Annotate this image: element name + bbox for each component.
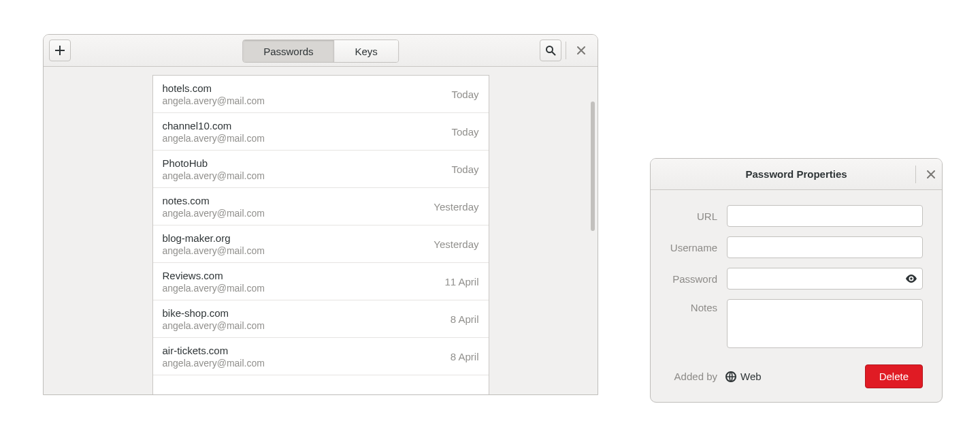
list-item[interactable]: Reviews.comangela.avery@mail.com11 April [153, 263, 489, 300]
list-item-subtitle: angela.avery@mail.com [163, 208, 265, 219]
headerbar-right [540, 40, 592, 61]
added-by-label: Added by [664, 371, 717, 382]
url-label: URL [664, 211, 717, 222]
list-item-subtitle: angela.avery@mail.com [163, 245, 265, 256]
list-item-main: bike-shop.comangela.avery@mail.com [163, 307, 265, 331]
list-item-main: hotels.comangela.avery@mail.com [163, 82, 265, 106]
list-item-main: PhotoHubangela.avery@mail.com [163, 157, 265, 181]
list-item[interactable]: bike-shop.comangela.avery@mail.com8 Apri… [153, 300, 489, 338]
list-item-main: channel10.comangela.avery@mail.com [163, 120, 265, 144]
password-properties-dialog: Password Properties URL Username Passwor… [650, 158, 943, 403]
list-item[interactable]: air-tickets.comangela.avery@mail.com8 Ap… [153, 338, 489, 375]
search-button[interactable] [540, 40, 561, 61]
username-label: Username [664, 242, 717, 253]
scrollbar[interactable] [591, 102, 595, 231]
list-item-title: air-tickets.com [163, 345, 265, 356]
dialog-header: Password Properties [651, 159, 942, 190]
eye-icon [905, 275, 917, 283]
password-label: Password [664, 273, 717, 285]
delete-button[interactable]: Delete [865, 364, 923, 388]
dialog-close-button[interactable] [920, 164, 942, 185]
password-field[interactable] [727, 268, 923, 290]
keyring-window: Passwords Keys hotels.comangela.avery@ma… [43, 34, 598, 395]
list-item-date: Today [451, 89, 478, 100]
password-list: hotels.comangela.avery@mail.comTodaychan… [152, 75, 489, 395]
username-field[interactable] [727, 236, 923, 258]
list-item-date: 8 April [451, 313, 479, 325]
plus-icon [55, 46, 65, 55]
list-item-main: notes.comangela.avery@mail.com [163, 195, 265, 219]
list-item-title: notes.com [163, 195, 265, 206]
list-item-subtitle: angela.avery@mail.com [163, 320, 265, 331]
svg-point-2 [910, 277, 913, 280]
properties-form: URL Username Password Notes Added by Web… [651, 190, 942, 402]
headerbar: Passwords Keys [44, 35, 598, 67]
list-item[interactable]: channel10.comangela.avery@mail.comToday [153, 113, 489, 151]
content-area: hotels.comangela.avery@mail.comTodaychan… [44, 67, 598, 394]
list-item[interactable]: blog-maker.organgela.avery@mail.comYeste… [153, 225, 489, 263]
divider [915, 166, 916, 183]
list-item[interactable]: hotels.comangela.avery@mail.comToday [153, 76, 489, 113]
added-by-app-name: Web [740, 371, 762, 382]
list-item-subtitle: angela.avery@mail.com [163, 358, 265, 369]
list-item-subtitle: angela.avery@mail.com [163, 170, 265, 181]
list-item-main: air-tickets.comangela.avery@mail.com [163, 345, 265, 369]
reveal-password-button[interactable] [905, 275, 917, 283]
list-item-subtitle: angela.avery@mail.com [163, 133, 265, 144]
list-item-subtitle: angela.avery@mail.com [163, 283, 265, 294]
list-item[interactable]: notes.comangela.avery@mail.comYesterday [153, 188, 489, 225]
close-icon [577, 46, 585, 54]
tab-passwords[interactable]: Passwords [243, 40, 333, 62]
list-item-title: hotels.com [163, 82, 265, 94]
url-field[interactable] [727, 205, 923, 227]
list-item-title: PhotoHub [163, 157, 265, 169]
view-switcher: Passwords Keys [242, 40, 399, 63]
dialog-title: Password Properties [745, 168, 847, 180]
search-icon [545, 45, 556, 56]
password-field-wrapper [727, 268, 923, 290]
list-item-date: 11 April [444, 276, 478, 287]
list-item-title: blog-maker.org [163, 232, 265, 244]
list-item-title: bike-shop.com [163, 307, 265, 319]
close-icon [927, 170, 935, 178]
add-button[interactable] [49, 40, 71, 61]
list-item-title: channel10.com [163, 120, 265, 131]
close-button[interactable] [570, 40, 592, 61]
list-item-date: Today [451, 126, 478, 138]
tab-keys[interactable]: Keys [334, 40, 398, 62]
list-item-main: Reviews.comangela.avery@mail.com [163, 270, 265, 294]
list-item-date: Yesterday [434, 201, 478, 213]
added-by-app: Web [725, 371, 762, 382]
divider [566, 42, 566, 59]
list-item-date: Yesterday [434, 238, 478, 250]
list-item-main: blog-maker.organgela.avery@mail.com [163, 232, 265, 256]
list-item-title: Reviews.com [163, 270, 265, 281]
list-item-subtitle: angela.avery@mail.com [163, 95, 265, 106]
list-item-date: Today [451, 164, 478, 175]
notes-field[interactable] [727, 299, 923, 348]
list-item-date: 8 April [451, 351, 479, 362]
web-icon [725, 371, 736, 382]
notes-label: Notes [664, 299, 717, 313]
list-item[interactable]: PhotoHubangela.avery@mail.comToday [153, 151, 489, 188]
svg-line-1 [552, 52, 555, 54]
